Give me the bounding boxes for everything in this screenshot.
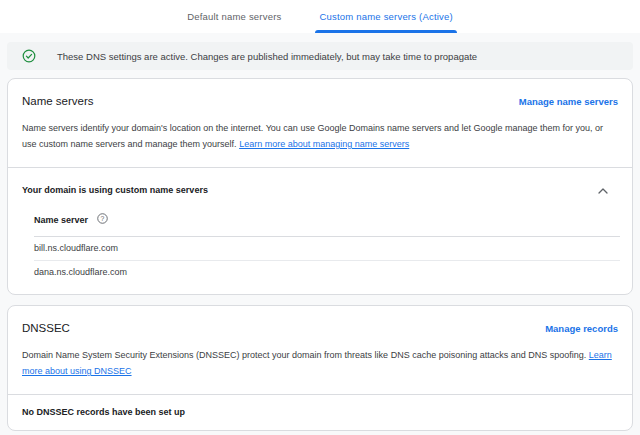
tab-label: Default name servers	[187, 11, 281, 22]
name-server-row: bill.ns.cloudflare.com	[34, 237, 620, 261]
tab-custom-name-servers[interactable]: Custom name servers (Active)	[315, 0, 456, 33]
manage-records-link[interactable]: Manage records	[545, 323, 618, 334]
tab-bar: Default name servers Custom name servers…	[0, 0, 640, 33]
chevron-up-icon	[598, 182, 608, 197]
section-title: Your domain is using custom name servers	[22, 185, 208, 195]
svg-text:?: ?	[101, 215, 105, 222]
tab-default-name-servers[interactable]: Default name servers	[183, 0, 285, 33]
learn-more-name-servers-link[interactable]: Learn more about managing name servers	[239, 139, 409, 149]
name-servers-description: Name servers identify your domain's loca…	[8, 108, 632, 152]
description-text: Domain Name System Security Extensions (…	[22, 350, 586, 360]
custom-name-servers-section-header[interactable]: Your domain is using custom name servers	[8, 168, 632, 211]
check-circle-icon	[22, 49, 36, 63]
name-servers-title: Name servers	[22, 95, 94, 108]
dnssec-description: Domain Name System Security Extensions (…	[8, 335, 632, 379]
tab-label: Custom name servers (Active)	[319, 11, 452, 22]
collapse-section-button[interactable]	[598, 182, 608, 197]
name-server-table: Name server ? bill.ns.cloudflare.com dan…	[34, 211, 620, 284]
dns-settings-content: These DNS settings are active. Changes a…	[0, 33, 640, 435]
status-banner: These DNS settings are active. Changes a…	[7, 42, 633, 70]
manage-name-servers-link[interactable]: Manage name servers	[519, 96, 618, 107]
name-server-row: dana.ns.cloudflare.com	[34, 261, 620, 284]
status-banner-message: These DNS settings are active. Changes a…	[57, 51, 477, 62]
name-server-table-header: Name server ?	[34, 211, 620, 237]
name-servers-card: Name servers Manage name servers Name se…	[7, 78, 633, 295]
dnssec-card-header: DNSSEC Manage records	[8, 306, 632, 335]
active-tab-indicator	[315, 30, 456, 33]
help-button[interactable]: ?	[97, 212, 108, 227]
dnssec-title: DNSSEC	[22, 322, 70, 335]
column-header-name-server: Name server	[34, 215, 88, 225]
dnssec-card: DNSSEC Manage records Domain Name System…	[7, 305, 633, 431]
name-servers-card-header: Name servers Manage name servers	[8, 79, 632, 108]
help-icon: ?	[97, 212, 108, 227]
dnssec-empty-state: No DNSSEC records have been set up	[8, 395, 632, 430]
